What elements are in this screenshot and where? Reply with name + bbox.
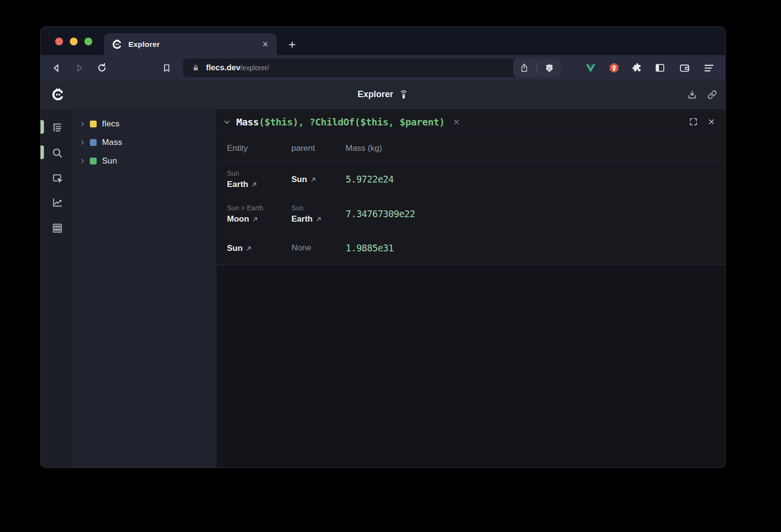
app-header: Explorer	[41, 81, 725, 109]
parent-cell: None	[291, 231, 346, 265]
left-icon-rail	[41, 109, 73, 468]
url-domain: flecs.dev	[206, 63, 241, 72]
tab-strip: Explorer	[41, 27, 725, 55]
minimize-window-button[interactable]	[70, 38, 78, 45]
entity-cell: Sun	[227, 231, 291, 265]
external-link-icon	[251, 182, 257, 187]
bookmark-icon[interactable]	[159, 60, 174, 76]
active-panel-indicator	[41, 145, 44, 159]
tab-title: Explorer	[128, 40, 262, 49]
zoom-window-button[interactable]	[84, 38, 92, 45]
close-panel-icon[interactable]	[707, 118, 716, 126]
url-bar[interactable]: flecs.dev/explorer/	[183, 59, 561, 77]
external-link-icon	[246, 246, 252, 251]
parent-none: None	[291, 243, 346, 253]
external-link-icon	[310, 177, 316, 183]
share-icon[interactable]	[519, 63, 529, 73]
tree-view-icon[interactable]	[49, 119, 65, 136]
column-header-parent: parent	[291, 143, 346, 153]
new-tab-button[interactable]	[285, 37, 299, 52]
entity-name: Sun	[227, 242, 243, 254]
link-icon[interactable]	[705, 87, 719, 102]
query-expression[interactable]: Mass($this), ?ChildOf($this, $parent)	[236, 116, 445, 128]
browser-tab-explorer[interactable]: Explorer	[104, 33, 277, 55]
query-panel: Mass($this), ?ChildOf($this, $parent)	[217, 109, 725, 265]
entity-link[interactable]: Moon	[227, 213, 258, 225]
page-title: Explorer	[357, 81, 408, 108]
clear-query-icon[interactable]	[451, 117, 462, 127]
extensions-puzzle-icon[interactable]	[629, 60, 645, 76]
query-bar: Mass($this), ?ChildOf($this, $parent)	[217, 109, 725, 135]
lock-icon[interactable]	[192, 64, 200, 72]
brave-shield-icon[interactable]	[544, 63, 555, 73]
browser-toolbar: flecs.dev/explorer/	[41, 55, 725, 81]
parent-name: Earth	[291, 213, 312, 225]
entity-link[interactable]: Earth	[227, 178, 257, 190]
hexagon-extension-icon[interactable]	[606, 60, 622, 76]
entity-link[interactable]: Sun	[227, 242, 252, 254]
download-icon[interactable]	[685, 87, 699, 102]
inspector-icon[interactable]	[49, 170, 65, 186]
url-text: flecs.dev/explorer/	[206, 63, 269, 73]
tree-item-mass[interactable]: Mass	[73, 133, 217, 152]
tree-item-flecs[interactable]: flecs	[73, 115, 217, 133]
url-path: /explorer/	[241, 64, 269, 72]
parent-link[interactable]: Sun	[291, 173, 316, 185]
forward-button[interactable]	[71, 60, 87, 76]
entity-color-swatch	[90, 139, 97, 146]
app-title-text: Explorer	[357, 89, 393, 100]
chevron-right-icon[interactable]	[80, 121, 85, 127]
entity-name: Moon	[227, 213, 249, 225]
entity-parent-path: Sun > Earth	[227, 203, 291, 213]
chevron-right-icon[interactable]	[80, 140, 85, 145]
close-window-button[interactable]	[55, 38, 63, 45]
entity-tree-panel: flecs Mass Sun	[73, 109, 217, 468]
parent-cell: Sun Earth	[291, 196, 346, 231]
parent-cell: Sun	[291, 162, 346, 196]
entity-cell: Sun Earth	[227, 162, 291, 196]
app-body: flecs Mass Sun	[41, 109, 725, 468]
tree-item-label: flecs	[102, 119, 120, 129]
parent-parent-path: Sun	[291, 203, 346, 213]
fullscreen-icon[interactable]	[689, 117, 698, 126]
stats-chart-icon[interactable]	[49, 194, 65, 210]
header-actions	[685, 81, 719, 108]
search-icon[interactable]	[49, 144, 65, 161]
flecs-favicon-icon	[112, 39, 123, 50]
flecs-logo-icon	[51, 88, 65, 102]
tree-item-label: Mass	[102, 138, 122, 147]
entity-color-swatch	[90, 121, 97, 127]
parent-name: Sun	[291, 173, 307, 185]
table-row: Sun > Earth Moon Sun Earth 7.34767309e22	[217, 196, 725, 231]
parent-link[interactable]: Earth	[291, 213, 322, 225]
active-panel-indicator	[41, 120, 44, 134]
table-row: Sun Earth Sun 5.9722e24	[217, 162, 725, 196]
url-actions-group	[513, 59, 561, 77]
toolbar-separator	[536, 63, 537, 73]
sidebar-toggle-icon[interactable]	[652, 60, 668, 76]
external-link-icon	[252, 216, 258, 222]
column-header-entity: Entity	[227, 143, 291, 153]
reload-button[interactable]	[94, 60, 110, 76]
menu-icon[interactable]	[701, 60, 717, 76]
memory-rows-icon[interactable]	[49, 220, 65, 236]
entity-cell: Sun > Earth Moon	[227, 196, 291, 231]
tree-item-sun[interactable]: Sun	[73, 152, 217, 170]
query-term-args: ($this), ?ChildOf($this, $parent)	[259, 116, 445, 128]
tab-close-icon[interactable]	[262, 41, 269, 48]
browser-window: Explorer	[41, 27, 725, 468]
mass-value: 7.34767309e22	[346, 196, 725, 231]
results-header-row: Entity parent Mass (kg)	[217, 135, 725, 162]
query-panel-actions	[689, 117, 716, 126]
column-header-mass: Mass (kg)	[346, 143, 725, 153]
entity-name: Earth	[227, 178, 248, 190]
chevron-right-icon[interactable]	[80, 158, 85, 164]
chevron-down-icon[interactable]	[223, 118, 231, 126]
entity-parent-path: Sun	[227, 168, 291, 178]
remote-connection-icon[interactable]	[399, 90, 409, 100]
wallet-icon[interactable]	[677, 60, 692, 76]
table-row: Sun None 1.9885e31	[217, 231, 725, 265]
mass-value: 5.9722e24	[346, 162, 725, 196]
back-button[interactable]	[48, 60, 64, 76]
vue-devtools-extension-icon[interactable]	[583, 60, 598, 76]
